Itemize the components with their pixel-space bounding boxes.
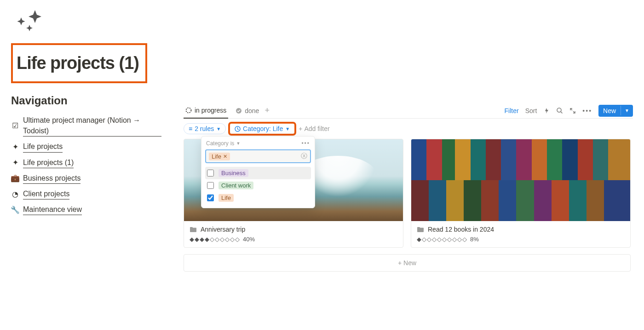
popover-condition[interactable]: is [230,140,235,147]
tab-label: done [245,107,259,114]
dashed-circle-icon [185,107,192,114]
rules-pill-label: 2 rules [195,125,214,132]
tab-in-progress[interactable]: in progress [184,103,228,119]
nav-item-label: Life projects (1) [23,157,74,168]
filter-option-business[interactable]: Business [205,167,311,179]
chip-label: Life [212,153,221,160]
nav-item-label: Life projects [23,141,63,152]
chevron-down-icon[interactable]: ▼ [621,106,633,115]
progress-pct: 8% [470,236,479,243]
folder-icon [417,226,424,233]
expand-icon[interactable] [569,108,576,114]
nav-item-life-projects[interactable]: ✦ Life projects [11,139,161,154]
category-pill-label: Category: Life [243,125,283,132]
option-label: Life [218,194,234,202]
filter-chip-life[interactable]: Life ✕ [209,153,230,160]
popover-header: Category is ▼ ••• [205,139,311,149]
rules-pill[interactable]: ≡ 2 rules ▼ [184,123,226,134]
svg-line-3 [561,112,563,114]
card-title: Read 12 books in 2024 [428,226,494,233]
option-checkbox[interactable] [207,182,214,189]
progress-pct: 40% [243,236,255,243]
page-title: Life projects (1) [17,53,139,73]
popover-property: Category [206,140,229,147]
svg-point-0 [186,108,191,113]
clear-input-icon[interactable]: ⓧ [301,152,307,160]
nav-item-business-projects[interactable]: 💼 Business projects [11,171,161,186]
new-button-label: New [598,105,621,117]
sparkle-icon: ✦ [11,158,19,167]
add-filter-button[interactable]: + Add filter [299,125,329,132]
tab-label: in progress [195,107,226,114]
popover-more-icon[interactable]: ••• [301,140,310,147]
view-tools: Filter Sort ••• New ▼ [505,105,633,117]
new-card-label: New [403,259,416,267]
card-cover [411,139,630,221]
progress-diamonds: ◆◇◇◇◇◇◇◇◇◇ [417,236,467,243]
user-circle-icon: ◔ [11,190,19,199]
chip-remove-icon[interactable]: ✕ [223,154,227,159]
nav-item-label: Business projects [23,173,80,184]
wrench-icon: 🔧 [11,205,19,214]
option-label: Business [218,169,248,177]
add-view-button[interactable]: + [261,103,273,118]
plus-icon: + [398,259,402,267]
chevron-down-icon: ▼ [285,126,290,131]
svg-point-2 [557,108,561,112]
tabs-row: in progress done + Filter Sort [184,103,633,119]
filter-chip-input[interactable]: Life ✕ ⓧ [205,149,311,163]
card-progress: ◆◇◇◇◇◇◇◇◇◇8% [417,236,625,243]
nav-item-life-projects-1[interactable]: ✦ Life projects (1) [11,155,161,171]
briefcase-icon: 💼 [11,174,19,182]
sparkle-icon: ✦ [11,142,19,151]
nav-item-label: Maintenance view [23,204,82,215]
chevron-down-icon: ▼ [216,126,221,131]
tag-circle-icon [235,126,241,132]
nav-item-label: Client projects [23,188,69,199]
filter-option-client-work[interactable]: Client work [205,179,311,192]
folder-icon [190,226,197,233]
plus-icon: + [299,125,302,132]
checkbox-icon: ☑︎ [11,121,19,130]
nav-item-label: Ultimate project manager (Notion → Todoi… [23,115,161,137]
tab-done[interactable]: done [234,103,261,118]
list-icon: ≡ [189,125,192,132]
nav-list: ☑︎ Ultimate project manager (Notion → To… [11,113,161,217]
nav-item-ultimate[interactable]: ☑︎ Ultimate project manager (Notion → To… [11,113,161,139]
nav-item-maintenance[interactable]: 🔧 Maintenance view [11,202,161,217]
nav-item-client-projects[interactable]: ◔ Client projects [11,186,161,202]
new-card-button[interactable]: + New [184,254,631,272]
search-icon[interactable] [556,107,563,114]
more-icon[interactable]: ••• [582,107,592,114]
progress-diamonds: ◆◆◆◆◇◇◇◇◇◇ [190,236,240,243]
check-badge-icon [236,108,242,114]
sparkle-logo-icon [11,8,161,36]
card-progress: ◆◆◆◆◇◇◇◇◇◇40% [190,236,397,243]
main-content: in progress done + Filter Sort [172,0,644,272]
automation-icon[interactable] [543,108,550,114]
option-checkbox[interactable] [207,194,214,201]
filter-button[interactable]: Filter [505,107,519,114]
filter-popover: Category is ▼ ••• Life ✕ ⓧ Business Clie… [201,136,315,208]
page-title-highlight: Life projects (1) [11,43,147,83]
category-filter-pill[interactable]: Category: Life ▼ [230,123,295,134]
filter-option-life[interactable]: Life [205,192,311,204]
add-filter-label: Add filter [304,125,329,132]
option-label: Client work [218,182,253,189]
new-button[interactable]: New ▼ [598,105,633,117]
card-title: Anniversary trip [201,226,245,233]
nav-heading: Navigation [11,94,161,107]
chevron-down-icon: ▼ [236,141,240,146]
sort-button[interactable]: Sort [525,107,537,114]
card-read-12-books[interactable]: Read 12 books in 2024 ◆◇◇◇◇◇◇◇◇◇8% [411,139,631,248]
option-checkbox[interactable] [207,170,214,176]
sidebar: Life projects (1) Navigation ☑︎ Ultimate… [0,0,172,272]
